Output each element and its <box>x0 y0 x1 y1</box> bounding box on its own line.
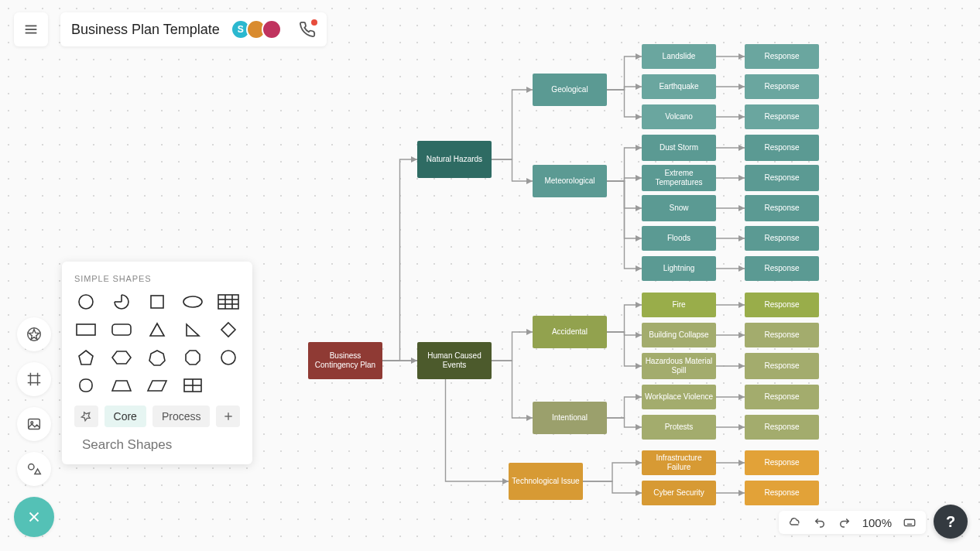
node-leaf-13[interactable]: Infrastructure Failure <box>642 450 716 475</box>
node-leaf-8[interactable]: Fire <box>642 293 716 317</box>
shape-grid-icon[interactable] <box>181 376 204 395</box>
title-bar: Business Plan Template S <box>60 12 327 46</box>
svg-point-10 <box>29 464 34 470</box>
svg-rect-26 <box>80 379 92 392</box>
node-response-1[interactable]: Response <box>745 74 819 99</box>
node-response-13[interactable]: Response <box>745 450 819 475</box>
shape-octagon-icon[interactable] <box>181 348 204 367</box>
hamburger-button[interactable] <box>14 12 48 46</box>
svg-point-17 <box>183 296 202 307</box>
help-button[interactable]: ? <box>934 505 968 539</box>
shape-hexagon-icon[interactable] <box>110 348 133 367</box>
star-tool-button[interactable] <box>17 317 51 351</box>
svg-rect-16 <box>151 296 163 308</box>
node-response-8[interactable]: Response <box>745 293 819 317</box>
shape-square-icon[interactable] <box>146 293 169 311</box>
node-met[interactable]: Meteorological <box>533 165 607 197</box>
shape-right-triangle-icon[interactable] <box>181 320 204 339</box>
shape-roundrect-icon[interactable] <box>110 320 133 339</box>
node-leaf-10[interactable]: Hazardous Material Spill <box>642 353 716 379</box>
undo-icon[interactable] <box>813 515 827 529</box>
node-leaf-6[interactable]: Floods <box>642 226 716 251</box>
shapes-tool-button[interactable] <box>17 452 51 486</box>
shape-triangle-icon[interactable] <box>146 320 169 339</box>
shape-rect-icon[interactable] <box>74 320 98 339</box>
shape-decagon-icon[interactable] <box>217 348 240 367</box>
close-panel-button[interactable] <box>14 497 54 537</box>
node-root[interactable]: Business Contingency Plan <box>308 342 382 379</box>
svg-point-25 <box>221 351 235 364</box>
shape-parallelogram-icon[interactable] <box>146 376 169 395</box>
shape-arc-icon[interactable] <box>110 293 133 311</box>
document-title[interactable]: Business Plan Template <box>71 22 220 38</box>
node-response-2[interactable]: Response <box>745 104 819 129</box>
node-leaf-11[interactable]: Workplace Violence <box>642 385 716 409</box>
node-int[interactable]: Intentional <box>533 402 607 434</box>
node-response-4[interactable]: Response <box>745 165 819 191</box>
node-leaf-4[interactable]: Extreme Temperatures <box>642 165 716 191</box>
zoom-level[interactable]: 100% <box>862 516 892 529</box>
redo-icon[interactable] <box>838 515 852 529</box>
node-leaf-9[interactable]: Building Collapse <box>642 323 716 347</box>
shape-diamond-icon[interactable] <box>217 320 240 339</box>
svg-rect-24 <box>112 324 131 335</box>
collaborator-avatar[interactable] <box>262 19 282 39</box>
node-tec[interactable]: Technological Issue <box>509 463 583 500</box>
search-shapes-input[interactable] <box>81 436 248 453</box>
shape-rounded-square-icon[interactable] <box>74 376 98 395</box>
node-response-5[interactable]: Response <box>745 195 819 221</box>
shape-heptagon-icon[interactable] <box>146 348 169 367</box>
node-leaf-12[interactable]: Protests <box>642 415 716 440</box>
svg-rect-8 <box>29 419 40 430</box>
shape-trapezoid-icon[interactable] <box>110 376 133 395</box>
collaborator-avatars: S <box>231 19 282 39</box>
node-leaf-7[interactable]: Lightning <box>642 256 716 281</box>
shape-table-icon[interactable] <box>217 293 240 311</box>
image-tool-button[interactable] <box>17 407 51 441</box>
node-response-3[interactable]: Response <box>745 135 819 161</box>
node-acc[interactable]: Accidental <box>533 316 607 348</box>
frame-tool-button[interactable] <box>17 362 51 396</box>
node-leaf-1[interactable]: Earthquake <box>642 74 716 99</box>
node-leaf-14[interactable]: Cyber Security <box>642 481 716 505</box>
node-leaf-2[interactable]: Volcano <box>642 104 716 129</box>
node-geo[interactable]: Geological <box>533 74 607 106</box>
add-library-button[interactable] <box>216 406 240 427</box>
shape-grid <box>74 293 240 395</box>
shape-library-tabs: Core Process <box>74 406 240 427</box>
node-response-9[interactable]: Response <box>745 323 819 347</box>
bottom-right-controls: 100% <box>779 511 926 534</box>
node-response-0[interactable]: Response <box>745 44 819 69</box>
node-hum[interactable]: Human Caused Events <box>417 342 492 379</box>
shapes-panel: SIMPLE SHAPES Core Process <box>62 262 252 464</box>
node-response-12[interactable]: Response <box>745 415 819 440</box>
svg-rect-37 <box>904 519 915 525</box>
node-response-10[interactable]: Response <box>745 353 819 379</box>
search-row <box>74 436 240 453</box>
shape-blank-icon <box>217 376 240 395</box>
node-response-11[interactable]: Response <box>745 385 819 409</box>
call-icon[interactable] <box>299 21 316 38</box>
svg-point-13 <box>79 295 93 309</box>
node-response-6[interactable]: Response <box>745 226 819 251</box>
tab-process[interactable]: Process <box>152 406 211 427</box>
node-leaf-0[interactable]: Landslide <box>642 44 716 69</box>
keyboard-icon[interactable] <box>903 515 917 529</box>
pin-button[interactable] <box>74 406 98 427</box>
shape-circle-icon[interactable] <box>74 293 98 311</box>
shapes-panel-heading: SIMPLE SHAPES <box>74 274 240 283</box>
node-nat[interactable]: Natural Hazards <box>417 141 492 178</box>
shape-ellipse-icon[interactable] <box>181 293 204 311</box>
node-response-14[interactable]: Response <box>745 481 819 505</box>
svg-rect-23 <box>77 324 95 335</box>
shape-pentagon-icon[interactable] <box>74 348 98 367</box>
node-response-7[interactable]: Response <box>745 256 819 281</box>
node-leaf-5[interactable]: Snow <box>642 195 716 221</box>
tab-core[interactable]: Core <box>105 406 146 427</box>
svg-rect-18 <box>218 295 238 309</box>
cloud-sync-icon[interactable] <box>788 515 802 529</box>
left-toolbar <box>14 317 54 537</box>
node-leaf-3[interactable]: Dust Storm <box>642 135 716 161</box>
